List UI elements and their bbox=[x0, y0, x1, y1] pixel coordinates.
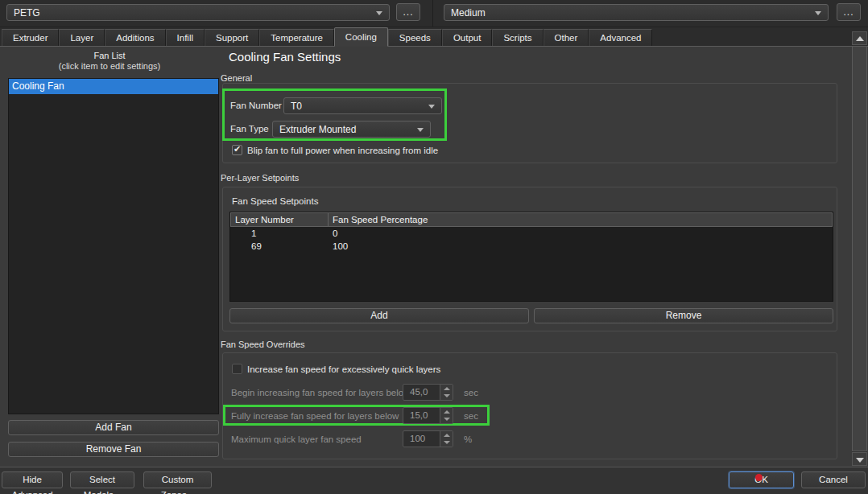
material-profile-value: PETG bbox=[14, 7, 40, 19]
tab-support[interactable]: Support bbox=[205, 29, 259, 46]
overrides-section-label: Fan Speed Overrides bbox=[221, 340, 305, 349]
max-quick-layer-spinbox[interactable]: 100 bbox=[403, 430, 453, 447]
fan-number-select[interactable]: T0 bbox=[283, 97, 442, 114]
settings-tab-bar: Extruder Layer Additions Infill Support … bbox=[0, 27, 868, 47]
fan-number-label: Fan Number bbox=[230, 101, 282, 110]
dialog-footer: Hide Advanced Select Models... Custom Zo… bbox=[0, 467, 868, 494]
fan-list-subtitle: (click item to edit settings) bbox=[0, 61, 219, 71]
fan-type-value: Extruder Mounted bbox=[279, 124, 356, 135]
quality-profile-value: Medium bbox=[451, 7, 486, 19]
fan-type-label: Fan Type bbox=[230, 124, 269, 134]
material-profile-select[interactable]: PETG bbox=[6, 4, 390, 21]
page-title: Cooling Fan Settings bbox=[229, 50, 341, 64]
quality-profile-more-button[interactable]: ... bbox=[837, 3, 861, 21]
scrollbar-thumb[interactable] bbox=[852, 46, 867, 451]
add-fan-button[interactable]: Add Fan bbox=[8, 420, 219, 435]
topbar-divider bbox=[432, 0, 433, 27]
tab-additions[interactable]: Additions bbox=[105, 29, 165, 46]
col-layer-number[interactable]: Layer Number bbox=[230, 212, 329, 226]
vertical-scrollbar[interactable] bbox=[852, 31, 867, 466]
cooling-tab-content: Fan List (click item to edit settings) C… bbox=[0, 47, 852, 467]
per-layer-section-label: Per-Layer Setpoints bbox=[221, 173, 299, 183]
setpoints-table[interactable]: Layer Number Fan Speed Percentage 1 0 69… bbox=[229, 212, 833, 302]
increase-fan-speed-checkbox[interactable] bbox=[232, 364, 242, 374]
chevron-down-icon bbox=[417, 128, 424, 132]
chevron-down-icon bbox=[815, 11, 821, 15]
material-profile-more-button[interactable]: ... bbox=[396, 3, 420, 21]
general-section-label: General bbox=[221, 73, 252, 83]
table-row[interactable]: 69 100 bbox=[230, 240, 833, 253]
spin-up-icon bbox=[444, 410, 450, 414]
blip-fan-checkbox[interactable] bbox=[232, 145, 242, 155]
tab-scripts[interactable]: Scripts bbox=[492, 29, 543, 46]
tab-output[interactable]: Output bbox=[442, 29, 493, 46]
setpoint-remove-button[interactable]: Remove bbox=[534, 308, 833, 323]
hide-advanced-button[interactable]: Hide Advanced bbox=[2, 471, 63, 488]
col-fan-speed-percentage[interactable]: Fan Speed Percentage bbox=[329, 212, 833, 226]
spin-down-icon bbox=[444, 418, 450, 421]
spinner-buttons[interactable] bbox=[440, 408, 453, 423]
begin-increasing-spinbox[interactable]: 45,0 bbox=[403, 384, 453, 401]
fan-list-title: Fan List bbox=[0, 51, 219, 60]
tab-advanced[interactable]: Advanced bbox=[589, 29, 652, 46]
spin-up-icon bbox=[444, 387, 450, 390]
quality-profile-select[interactable]: Medium bbox=[444, 4, 829, 21]
begin-increasing-unit: sec bbox=[464, 388, 478, 397]
increase-fan-speed-label: Increase fan speed for excessively quick… bbox=[247, 364, 440, 374]
max-quick-layer-label: Maximum quick layer fan speed bbox=[231, 434, 362, 444]
chevron-down-icon bbox=[428, 105, 435, 109]
select-models-button[interactable]: Select Models... bbox=[70, 471, 134, 488]
fan-type-select[interactable]: Extruder Mounted bbox=[272, 121, 431, 138]
setpoints-table-header: Layer Number Fan Speed Percentage bbox=[230, 212, 833, 227]
spinner-buttons[interactable] bbox=[440, 431, 453, 447]
cursor-dot bbox=[755, 474, 763, 481]
table-row[interactable]: 1 0 bbox=[230, 227, 833, 240]
top-bar: PETG ... Medium ... bbox=[0, 0, 868, 27]
spin-down-icon bbox=[444, 394, 450, 397]
fan-speed-setpoints-label: Fan Speed Setpoints bbox=[232, 196, 318, 206]
fan-list-item-cooling-fan[interactable]: Cooling Fan bbox=[9, 79, 218, 94]
chevron-down-icon bbox=[376, 11, 382, 15]
tab-other[interactable]: Other bbox=[544, 29, 589, 46]
remove-fan-button[interactable]: Remove Fan bbox=[8, 442, 219, 457]
scroll-down-icon[interactable] bbox=[852, 452, 867, 466]
spin-up-icon bbox=[444, 434, 450, 437]
fully-increase-label: Fully increase fan speed for layers belo… bbox=[231, 411, 399, 421]
custom-zones-button[interactable]: Custom Zones... bbox=[143, 471, 212, 488]
spinner-buttons[interactable] bbox=[440, 385, 453, 400]
tab-infill[interactable]: Infill bbox=[166, 29, 205, 46]
fully-increase-spinbox[interactable]: 15,0 bbox=[403, 407, 453, 424]
begin-increasing-label: Begin increasing fan speed for layers be… bbox=[231, 388, 410, 397]
spin-down-icon bbox=[444, 441, 450, 444]
fully-increase-unit: sec bbox=[464, 411, 478, 421]
scroll-up-icon[interactable] bbox=[852, 31, 867, 45]
blip-fan-label: Blip fan to full power when increasing f… bbox=[247, 146, 438, 155]
tab-layer[interactable]: Layer bbox=[59, 29, 105, 46]
tab-temperature[interactable]: Temperature bbox=[259, 29, 334, 46]
setpoint-add-button[interactable]: Add bbox=[229, 308, 529, 323]
tab-extruder[interactable]: Extruder bbox=[2, 29, 59, 46]
cancel-button[interactable]: Cancel bbox=[801, 471, 866, 488]
max-quick-layer-unit: % bbox=[464, 434, 472, 444]
fan-number-value: T0 bbox=[291, 101, 302, 112]
tab-cooling[interactable]: Cooling bbox=[334, 27, 388, 47]
fan-list[interactable]: Cooling Fan bbox=[8, 78, 219, 414]
tab-speeds[interactable]: Speeds bbox=[388, 29, 442, 46]
